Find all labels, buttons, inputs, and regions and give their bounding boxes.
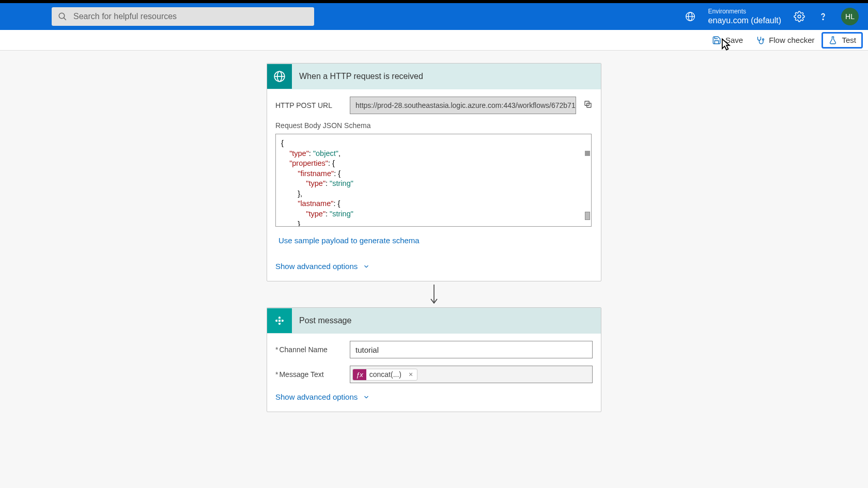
channel-name-input[interactable] (350, 341, 593, 358)
copy-icon (583, 100, 593, 109)
http-post-url-field[interactable]: https://prod-28.southeastasia.logic.azur… (350, 97, 576, 114)
global-search[interactable] (52, 7, 314, 26)
chevron-down-icon (363, 263, 370, 270)
avatar-initials: HL (845, 12, 855, 21)
http-trigger-icon (267, 64, 292, 89)
expression-token[interactable]: ƒx concat(...) × (352, 369, 417, 381)
svg-point-0 (59, 13, 65, 19)
expression-text: concat(...) (366, 370, 405, 379)
save-icon (712, 36, 721, 45)
schema-label: Request Body JSON Schema (275, 121, 593, 130)
svg-point-6 (823, 19, 823, 20)
svg-line-1 (64, 18, 66, 20)
environment-icon[interactable] (685, 11, 696, 22)
action-card[interactable]: Post message *Channel Name *Message Text… (267, 307, 601, 412)
message-text-label: *Message Text (275, 370, 343, 379)
flow-checker-button[interactable]: Flow checker (750, 34, 819, 47)
designer-toolbar: Save Flow checker Test (0, 30, 868, 51)
fx-icon: ƒx (353, 369, 366, 380)
svg-point-5 (798, 15, 801, 18)
trigger-advanced-options[interactable]: Show advanced options (275, 262, 593, 271)
trigger-header[interactable]: When a HTTP request is received (267, 64, 601, 89)
connector-arrow-icon (428, 284, 440, 305)
search-input[interactable] (73, 12, 308, 21)
channel-name-label: *Channel Name (275, 345, 343, 354)
json-schema-editor[interactable]: { "type": "object", "properties": { "fir… (275, 134, 592, 227)
remove-token-button[interactable]: × (405, 370, 417, 379)
save-button[interactable]: Save (707, 34, 748, 47)
help-button[interactable] (817, 11, 829, 22)
action-advanced-options[interactable]: Show advanced options (275, 392, 593, 401)
user-avatar[interactable]: HL (841, 8, 859, 25)
top-nav-bar: Environments enayu.com (default) HL (0, 3, 868, 30)
question-icon (817, 11, 829, 22)
environment-name: enayu.com (default) (708, 15, 781, 25)
slack-action-icon (267, 308, 292, 333)
environment-selector[interactable]: Environments enayu.com (default) (708, 8, 781, 25)
url-label: HTTP POST URL (275, 101, 343, 109)
test-button[interactable]: Test (822, 32, 863, 49)
schema-scrollbar-bottom[interactable] (585, 212, 590, 220)
stethoscope-icon (755, 36, 765, 45)
svg-point-7 (763, 39, 764, 40)
flask-icon (828, 36, 838, 45)
schema-scrollbar[interactable] (585, 151, 590, 156)
settings-button[interactable] (794, 11, 805, 22)
gear-icon (794, 11, 805, 22)
trigger-card[interactable]: When a HTTP request is received HTTP POS… (267, 63, 601, 281)
action-header[interactable]: Post message (267, 308, 601, 334)
chevron-down-icon (363, 393, 370, 401)
message-text-input[interactable]: ƒx concat(...) × (350, 366, 593, 383)
action-title: Post message (292, 316, 351, 325)
environment-label: Environments (708, 8, 781, 15)
search-icon (58, 12, 67, 21)
flow-canvas: When a HTTP request is received HTTP POS… (0, 51, 868, 433)
copy-url-button[interactable] (583, 100, 593, 111)
use-sample-payload-link[interactable]: Use sample payload to generate schema (278, 236, 420, 245)
trigger-title: When a HTTP request is received (292, 72, 423, 81)
